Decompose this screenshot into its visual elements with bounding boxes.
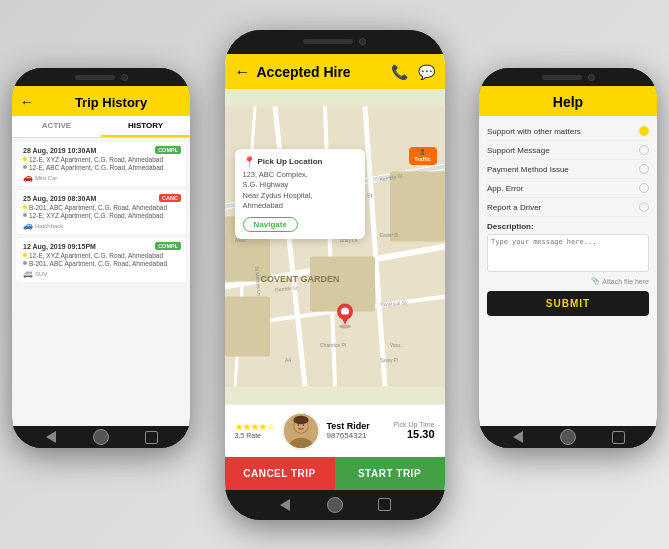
pickup-popup: 📍 Pick Up Location 123, ABC Complex, S.G… <box>235 149 365 239</box>
nav-back-button[interactable] <box>508 427 528 447</box>
nav-home-button[interactable] <box>91 427 111 447</box>
help-option-text: Support with other matters <box>487 127 639 136</box>
nav-back-button[interactable] <box>41 427 61 447</box>
radio-button[interactable] <box>639 164 649 174</box>
rider-name: Test Rider <box>327 421 387 431</box>
submit-button[interactable]: SUBMIT <box>487 291 649 316</box>
car-icon: 🚙 <box>23 221 33 230</box>
help-option[interactable]: Support Message <box>487 141 649 160</box>
attach-file-row[interactable]: 📎 Attach file here <box>487 277 649 285</box>
pickup-time-label: Pick Up Time <box>393 421 434 428</box>
location-dot-to <box>23 261 27 265</box>
nav-recent-button[interactable] <box>141 427 161 447</box>
phone-left-screen: ← Trip History ACTIVE HISTORY 28 Aug, 20… <box>12 86 190 426</box>
phone-left-top-bar <box>12 68 190 86</box>
phone-right-screen: Help Support with other matters Support … <box>479 86 657 426</box>
phone-right-bottom-bar <box>479 426 657 448</box>
chat-icon[interactable]: 💬 <box>418 64 435 80</box>
accepted-hire-screen: ← Accepted Hire 📞 💬 📍 Pick Up Location <box>225 54 445 490</box>
svg-point-31 <box>341 307 349 315</box>
accepted-hire-header: ← Accepted Hire 📞 💬 <box>225 54 445 89</box>
svg-text:Savoy Pl: Savoy Pl <box>380 357 398 362</box>
vehicle-type: 🚗 Mini Car <box>23 173 181 182</box>
pickup-time-group: Pick Up Time 15.30 <box>393 421 434 440</box>
svg-point-29 <box>339 324 351 328</box>
cancel-trip-button[interactable]: CANCEL TRIP <box>225 457 335 490</box>
trip-history-screen: ← Trip History ACTIVE HISTORY 28 Aug, 20… <box>12 86 190 426</box>
radio-button[interactable] <box>639 145 649 155</box>
help-content: Support with other matters Support Messa… <box>479 116 657 426</box>
rider-bar: ★★★★☆ 3.5 Rate <box>225 404 445 457</box>
back-arrow-icon[interactable]: ← <box>235 63 251 81</box>
vehicle-type: 🚙 Hatchback <box>23 221 181 230</box>
trip-to: 12-E, ABC Apartment, C.G. Road, Ahmedaba… <box>23 164 181 171</box>
star-rating: ★★★★☆ <box>235 422 275 432</box>
help-option-text: App. Error <box>487 184 639 193</box>
table-row[interactable]: 25 Aug, 2019 08:30AM CANC B-201, ABC Apa… <box>16 190 186 234</box>
camera <box>359 38 366 45</box>
trip-from: 12-E, XYZ Apartment, C.G. Road, Ahmedaba… <box>23 252 181 259</box>
trip-from: 12-E, XYZ Apartment, C.G. Road, Ahmedaba… <box>23 156 181 163</box>
trip-date: 25 Aug, 2019 08:30AM <box>23 195 96 202</box>
svg-text:A4: A4 <box>285 356 291 362</box>
rider-info: Test Rider 987654321 <box>327 421 387 440</box>
svg-rect-13 <box>225 296 270 356</box>
description-label: Description: <box>487 222 649 231</box>
phone-center-screen: ← Accepted Hire 📞 💬 📍 Pick Up Location <box>225 54 445 490</box>
phone-center: ← Accepted Hire 📞 💬 📍 Pick Up Location <box>225 30 445 520</box>
car-icon: 🚐 <box>23 269 33 278</box>
map-svg: Parker St Kemble St St Martins Ln Tavist… <box>225 89 445 404</box>
help-option[interactable]: Report a Driver <box>487 198 649 217</box>
avatar <box>282 412 320 450</box>
camera <box>121 74 128 81</box>
phone-center-top-bar <box>225 30 445 54</box>
help-option[interactable]: Payment Method Issue <box>487 160 649 179</box>
radio-button[interactable] <box>639 202 649 212</box>
phone-right-top-bar <box>479 68 657 86</box>
rating-group: ★★★★☆ 3.5 Rate <box>235 422 275 439</box>
trip-date-row: 28 Aug, 2019 10:30AM COMPL <box>23 146 181 154</box>
table-row[interactable]: 12 Aug, 2019 09:15PM COMPL 12-E, XYZ Apa… <box>16 238 186 282</box>
pickup-label: 📍 Pick Up Location <box>243 156 357 167</box>
table-row[interactable]: 28 Aug, 2019 10:30AM COMPL 12-E, XYZ Apa… <box>16 142 186 186</box>
svg-rect-12 <box>310 256 375 311</box>
phone-left-bottom-bar <box>12 426 190 448</box>
map-area: 📍 Pick Up Location 123, ABC Complex, S.G… <box>225 89 445 404</box>
radio-button[interactable] <box>639 183 649 193</box>
radio-button[interactable] <box>639 126 649 136</box>
navigate-button[interactable]: Navigate <box>243 217 298 232</box>
phone-icon[interactable]: 📞 <box>391 64 408 80</box>
nav-back-button[interactable] <box>275 495 295 515</box>
trip-history-header: ← Trip History <box>12 86 190 116</box>
svg-text:Exeter St: Exeter St <box>380 232 399 237</box>
help-option[interactable]: App. Error <box>487 179 649 198</box>
tab-history[interactable]: HISTORY <box>101 116 190 137</box>
phone-left: ← Trip History ACTIVE HISTORY 28 Aug, 20… <box>12 68 190 448</box>
trip-date-row: 25 Aug, 2019 08:30AM CANC <box>23 194 181 202</box>
tab-active[interactable]: ACTIVE <box>12 116 101 137</box>
trip-history-tabs: ACTIVE HISTORY <box>12 116 190 138</box>
help-option[interactable]: Support with other matters <box>487 122 649 141</box>
rider-phone: 987654321 <box>327 431 387 440</box>
pickup-address: 123, ABC Complex, S.G. Highway Near Zydu… <box>243 170 357 212</box>
nav-recent-button[interactable] <box>608 427 628 447</box>
trip-date: 12 Aug, 2019 09:15PM <box>23 243 96 250</box>
action-buttons: CANCEL TRIP START TRIP <box>225 457 445 490</box>
location-dot-from <box>23 157 27 161</box>
car-icon: 🚗 <box>23 173 33 182</box>
status-badge: CANC <box>159 194 181 202</box>
trip-date-row: 12 Aug, 2019 09:15PM COMPL <box>23 242 181 250</box>
back-arrow-icon[interactable]: ← <box>20 94 34 110</box>
svg-point-39 <box>293 415 308 424</box>
start-trip-button[interactable]: START TRIP <box>335 457 445 490</box>
location-dot-to <box>23 165 27 169</box>
nav-home-button[interactable] <box>325 495 345 515</box>
message-textarea[interactable] <box>487 234 649 272</box>
nav-recent-button[interactable] <box>375 495 395 515</box>
status-badge: COMPL <box>155 242 181 250</box>
svg-rect-11 <box>390 171 445 241</box>
nav-home-button[interactable] <box>558 427 578 447</box>
svg-text:Chandos Pl: Chandos Pl <box>320 341 346 347</box>
trip-to: 12-E, XYZ Apartment, C.G. Road, Ahmedaba… <box>23 212 181 219</box>
svg-text:COVENT GARDEN: COVENT GARDEN <box>260 273 339 283</box>
